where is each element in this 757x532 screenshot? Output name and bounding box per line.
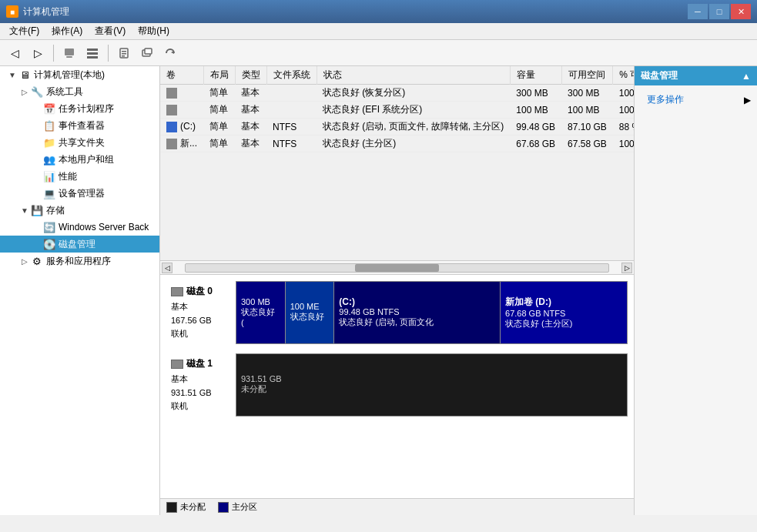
toggle-device-manager [31,187,43,199]
right-panel-header: 磁盘管理 ▲ [635,66,757,85]
partition-0-2[interactable]: (C:) 99.48 GB NTFS 状态良好 (启动, 页面文化 [334,282,501,343]
menu-view[interactable]: 查看(V) [89,23,132,39]
partition-label-1-0: 未分配 [241,383,622,395]
menu-action[interactable]: 操作(A) [45,23,89,39]
table-row[interactable]: 新... 简单 基本 NTFS 状态良好 (主分区) 67.68 GB 67.5… [160,136,634,152]
partition-0-1[interactable]: 100 ME 状态良好 [286,282,335,343]
svg-marker-11 [171,51,174,54]
cell-vol [160,85,203,102]
cell-fs [266,85,317,102]
back-button[interactable]: ◁ [5,43,25,63]
cell-pct: 100 % [613,85,634,102]
cell-type: 基本 [235,85,266,102]
right-panel: 磁盘管理 ▲ 更多操作 ▶ [634,66,757,515]
legend-label-primary: 主分区 [232,501,257,513]
menu-file[interactable]: 文件(F) [3,23,45,39]
toggle-performance[interactable]: ▷ [31,170,43,182]
partition-name-0-3: 新加卷 (D:) [505,296,622,309]
cell-free: 67.58 GB [561,136,613,152]
sidebar-label-storage: 存储 [46,204,65,217]
toggle-local-users[interactable]: ▷ [31,153,43,166]
partition-label-0-3: 状态良好 (主分区) [505,318,622,330]
col-free: 可用空间 [561,66,613,85]
svg-rect-10 [145,49,152,54]
maximize-button[interactable]: □ [709,4,729,19]
content-area: 卷 布局 类型 文件系统 状态 容量 可用空间 % 可用 简单 [160,66,634,515]
sidebar-item-device-manager[interactable]: 💻 设备管理器 [0,185,159,202]
cell-capacity: 300 MB [510,85,561,102]
col-fs: 文件系统 [266,66,317,85]
cell-layout: 简单 [203,85,235,102]
sidebar-item-disk-mgmt[interactable]: 💽 磁盘管理 [0,236,159,253]
toggle-sys-tools[interactable]: ▷ [18,85,31,98]
scrollbar-track[interactable] [185,263,609,273]
cell-status: 状态良好 (主分区) [317,136,510,152]
cell-status: 状态良好 (EFI 系统分区) [317,102,510,119]
sidebar-item-task-scheduler[interactable]: ▷ 📅 任务计划程序 [0,100,159,117]
window-title: 计算机管理 [23,5,69,18]
cell-fs: NTFS [266,119,317,136]
partition-name-0-2: (C:) [339,296,495,307]
event-viewer-icon: 📋 [43,119,55,132]
toggle-shared-folders[interactable]: ▷ [31,136,43,149]
right-panel-section: 更多操作 ▶ [635,85,757,114]
svg-rect-8 [122,55,125,57]
disk-label-0: 磁盘 0 [186,284,213,299]
sidebar-item-event-viewer[interactable]: ▷ 📋 事件查看器 [0,117,159,134]
partition-0-3[interactable]: 新加卷 (D:) 67.68 GB NTFS 状态良好 (主分区) [501,282,627,343]
partition-1-0[interactable]: 931.51 GB 未分配 [236,354,627,416]
partition-table[interactable]: 卷 布局 类型 文件系统 状态 容量 可用空间 % 可用 简单 [160,66,634,261]
toggle-computer-mgmt[interactable]: ▼ [6,69,18,81]
disk-partitions-1: 931.51 GB 未分配 [236,353,628,417]
close-button[interactable]: ✕ [731,4,751,19]
sidebar-item-computer-mgmt[interactable]: ▼ 🖥 计算机管理(本地) [0,66,159,83]
menu-bar: 文件(F) 操作(A) 查看(V) 帮助(H) [0,23,757,40]
sidebar-item-local-users[interactable]: ▷ 👥 本地用户和组 [0,151,159,168]
scroll-right[interactable]: ▷ [621,263,632,273]
disk-size-0: 167.56 GB [171,314,231,328]
cell-capacity: 99.48 GB [510,119,561,136]
show-hide-button[interactable] [82,43,102,63]
sidebar-item-storage[interactable]: ▼ 💾 存储 [0,202,159,219]
table-row[interactable]: (C:) 简单 基本 NTFS 状态良好 (启动, 页面文件, 故障转储, 主分… [160,119,634,136]
minimize-button[interactable]: ─ [688,4,708,19]
sidebar-item-shared-folders[interactable]: ▷ 📁 共享文件夹 [0,134,159,151]
more-actions-link[interactable]: 更多操作 [641,91,690,109]
legend-unalloc: 未分配 [166,501,206,513]
sidebar: ▼ 🖥 计算机管理(本地) ▷ 🔧 系统工具 ▷ 📅 任务计划程序 ▷ 📋 事件… [0,66,160,515]
partition-size-0-0: 300 MB [241,297,280,306]
partition-0-0[interactable]: 300 MB 状态良好 ( [236,282,286,343]
new-window-button[interactable] [137,43,157,63]
toggle-services-apps[interactable]: ▷ [18,255,31,267]
sys-tools-icon: 🔧 [31,85,43,98]
scroll-left[interactable]: ◁ [162,263,173,273]
sidebar-label-shared-folders: 共享文件夹 [59,136,105,149]
more-actions-arrow: ▶ [744,95,751,105]
window-controls: ─ □ ✕ [688,4,751,19]
up-button[interactable] [59,43,79,63]
disk-type-0: 基本 [171,300,231,314]
sidebar-item-win-server-back[interactable]: 🔄 Windows Server Back [0,219,159,236]
table-row[interactable]: 简单 基本 状态良好 (恢复分区) 300 MB 300 MB 100 % [160,85,634,102]
table-row[interactable]: 简单 基本 状态良好 (EFI 系统分区) 100 MB 100 MB 100 … [160,102,634,119]
toggle-event-viewer[interactable]: ▷ [31,119,43,132]
svg-rect-0 [65,49,74,55]
sidebar-item-services-apps[interactable]: ▷ ⚙ 服务和应用程序 [0,253,159,269]
sidebar-item-sys-tools[interactable]: ▷ 🔧 系统工具 [0,83,159,100]
cell-capacity: 100 MB [510,102,561,119]
sidebar-item-performance[interactable]: ▷ 📊 性能 [0,168,159,185]
app-icon: ■ [6,5,18,18]
menu-help[interactable]: 帮助(H) [132,23,176,39]
sidebar-label-services-apps: 服务和应用程序 [46,255,111,268]
toggle-storage[interactable]: ▼ [18,204,31,216]
horizontal-scrollbar[interactable]: ◁ ▷ [160,261,634,275]
scrollbar-thumb[interactable] [355,264,440,272]
toggle-wsb [31,221,43,233]
toggle-task-scheduler[interactable]: ▷ [31,102,43,115]
legend-box-unalloc [166,502,177,513]
refresh-button[interactable] [160,43,180,63]
cell-pct: 88 % [613,119,634,136]
legend-primary: 主分区 [218,501,257,513]
forward-button[interactable]: ▷ [28,43,48,63]
properties-button[interactable] [114,43,134,63]
